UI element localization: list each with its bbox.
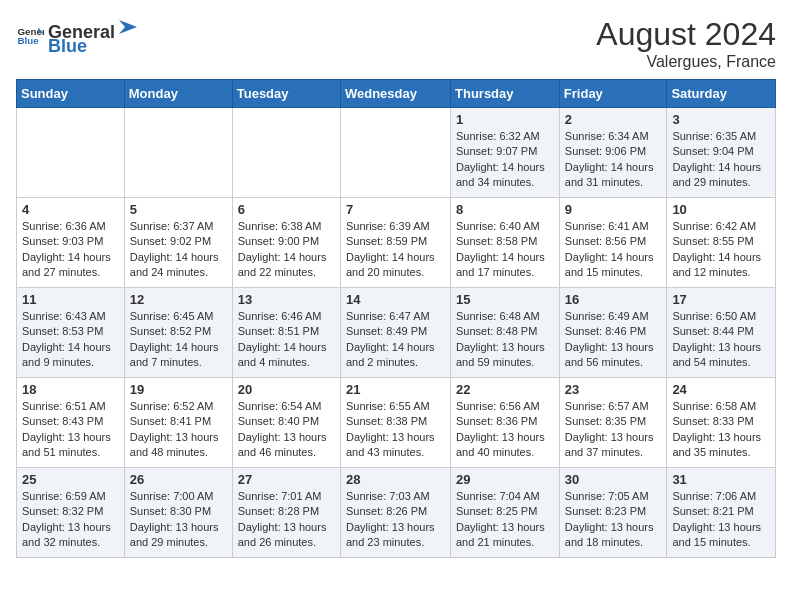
cell-content: Sunrise: 6:52 AM Sunset: 8:41 PM Dayligh… [130, 399, 227, 461]
day-number: 14 [346, 292, 445, 307]
day-number: 19 [130, 382, 227, 397]
calendar-week-4: 25Sunrise: 6:59 AM Sunset: 8:32 PM Dayli… [17, 468, 776, 558]
day-number: 30 [565, 472, 662, 487]
day-number: 28 [346, 472, 445, 487]
calendar-cell-3-5: 23Sunrise: 6:57 AM Sunset: 8:35 PM Dayli… [559, 378, 667, 468]
cell-content: Sunrise: 6:41 AM Sunset: 8:56 PM Dayligh… [565, 219, 662, 281]
day-number: 29 [456, 472, 554, 487]
calendar-cell-0-2 [232, 108, 340, 198]
day-number: 13 [238, 292, 335, 307]
header-thursday: Thursday [451, 80, 560, 108]
calendar-cell-0-6: 3Sunrise: 6:35 AM Sunset: 9:04 PM Daylig… [667, 108, 776, 198]
cell-content: Sunrise: 6:58 AM Sunset: 8:33 PM Dayligh… [672, 399, 770, 461]
day-number: 6 [238, 202, 335, 217]
cell-content: Sunrise: 6:34 AM Sunset: 9:06 PM Dayligh… [565, 129, 662, 191]
cell-content: Sunrise: 6:43 AM Sunset: 8:53 PM Dayligh… [22, 309, 119, 371]
calendar-cell-3-3: 21Sunrise: 6:55 AM Sunset: 8:38 PM Dayli… [340, 378, 450, 468]
day-number: 17 [672, 292, 770, 307]
cell-content: Sunrise: 6:47 AM Sunset: 8:49 PM Dayligh… [346, 309, 445, 371]
day-number: 24 [672, 382, 770, 397]
svg-marker-3 [119, 20, 137, 34]
day-number: 8 [456, 202, 554, 217]
calendar-cell-4-2: 27Sunrise: 7:01 AM Sunset: 8:28 PM Dayli… [232, 468, 340, 558]
cell-content: Sunrise: 6:37 AM Sunset: 9:02 PM Dayligh… [130, 219, 227, 281]
day-number: 5 [130, 202, 227, 217]
logo-arrow-icon [117, 16, 139, 38]
day-number: 22 [456, 382, 554, 397]
header-tuesday: Tuesday [232, 80, 340, 108]
cell-content: Sunrise: 7:01 AM Sunset: 8:28 PM Dayligh… [238, 489, 335, 551]
day-number: 26 [130, 472, 227, 487]
day-number: 2 [565, 112, 662, 127]
calendar-cell-1-0: 4Sunrise: 6:36 AM Sunset: 9:03 PM Daylig… [17, 198, 125, 288]
calendar-week-3: 18Sunrise: 6:51 AM Sunset: 8:43 PM Dayli… [17, 378, 776, 468]
calendar-cell-2-4: 15Sunrise: 6:48 AM Sunset: 8:48 PM Dayli… [451, 288, 560, 378]
calendar-cell-2-6: 17Sunrise: 6:50 AM Sunset: 8:44 PM Dayli… [667, 288, 776, 378]
calendar-cell-3-0: 18Sunrise: 6:51 AM Sunset: 8:43 PM Dayli… [17, 378, 125, 468]
day-number: 31 [672, 472, 770, 487]
calendar-cell-1-5: 9Sunrise: 6:41 AM Sunset: 8:56 PM Daylig… [559, 198, 667, 288]
cell-content: Sunrise: 6:48 AM Sunset: 8:48 PM Dayligh… [456, 309, 554, 371]
day-number: 1 [456, 112, 554, 127]
calendar-week-1: 4Sunrise: 6:36 AM Sunset: 9:03 PM Daylig… [17, 198, 776, 288]
calendar-cell-0-3 [340, 108, 450, 198]
cell-content: Sunrise: 6:35 AM Sunset: 9:04 PM Dayligh… [672, 129, 770, 191]
header-monday: Monday [124, 80, 232, 108]
calendar-cell-3-1: 19Sunrise: 6:52 AM Sunset: 8:41 PM Dayli… [124, 378, 232, 468]
day-number: 23 [565, 382, 662, 397]
day-number: 3 [672, 112, 770, 127]
cell-content: Sunrise: 6:46 AM Sunset: 8:51 PM Dayligh… [238, 309, 335, 371]
calendar-cell-1-4: 8Sunrise: 6:40 AM Sunset: 8:58 PM Daylig… [451, 198, 560, 288]
calendar-cell-2-0: 11Sunrise: 6:43 AM Sunset: 8:53 PM Dayli… [17, 288, 125, 378]
cell-content: Sunrise: 6:49 AM Sunset: 8:46 PM Dayligh… [565, 309, 662, 371]
cell-content: Sunrise: 7:03 AM Sunset: 8:26 PM Dayligh… [346, 489, 445, 551]
calendar-week-0: 1Sunrise: 6:32 AM Sunset: 9:07 PM Daylig… [17, 108, 776, 198]
cell-content: Sunrise: 7:06 AM Sunset: 8:21 PM Dayligh… [672, 489, 770, 551]
calendar-cell-4-3: 28Sunrise: 7:03 AM Sunset: 8:26 PM Dayli… [340, 468, 450, 558]
day-number: 27 [238, 472, 335, 487]
cell-content: Sunrise: 6:54 AM Sunset: 8:40 PM Dayligh… [238, 399, 335, 461]
calendar-cell-1-1: 5Sunrise: 6:37 AM Sunset: 9:02 PM Daylig… [124, 198, 232, 288]
calendar-cell-0-5: 2Sunrise: 6:34 AM Sunset: 9:06 PM Daylig… [559, 108, 667, 198]
calendar-cell-2-2: 13Sunrise: 6:46 AM Sunset: 8:51 PM Dayli… [232, 288, 340, 378]
cell-content: Sunrise: 6:57 AM Sunset: 8:35 PM Dayligh… [565, 399, 662, 461]
day-number: 21 [346, 382, 445, 397]
day-number: 4 [22, 202, 119, 217]
day-number: 11 [22, 292, 119, 307]
svg-text:Blue: Blue [17, 35, 39, 46]
calendar-cell-1-6: 10Sunrise: 6:42 AM Sunset: 8:55 PM Dayli… [667, 198, 776, 288]
cell-content: Sunrise: 7:04 AM Sunset: 8:25 PM Dayligh… [456, 489, 554, 551]
calendar-cell-2-5: 16Sunrise: 6:49 AM Sunset: 8:46 PM Dayli… [559, 288, 667, 378]
day-number: 25 [22, 472, 119, 487]
cell-content: Sunrise: 7:05 AM Sunset: 8:23 PM Dayligh… [565, 489, 662, 551]
day-number: 7 [346, 202, 445, 217]
calendar-cell-2-3: 14Sunrise: 6:47 AM Sunset: 8:49 PM Dayli… [340, 288, 450, 378]
location-subtitle: Valergues, France [596, 53, 776, 71]
calendar-cell-1-3: 7Sunrise: 6:39 AM Sunset: 8:59 PM Daylig… [340, 198, 450, 288]
calendar-cell-0-0 [17, 108, 125, 198]
calendar-header-row: SundayMondayTuesdayWednesdayThursdayFrid… [17, 80, 776, 108]
cell-content: Sunrise: 7:00 AM Sunset: 8:30 PM Dayligh… [130, 489, 227, 551]
day-number: 20 [238, 382, 335, 397]
cell-content: Sunrise: 6:36 AM Sunset: 9:03 PM Dayligh… [22, 219, 119, 281]
header-friday: Friday [559, 80, 667, 108]
calendar-cell-4-6: 31Sunrise: 7:06 AM Sunset: 8:21 PM Dayli… [667, 468, 776, 558]
logo: General Blue General Blue [16, 16, 139, 55]
calendar-cell-4-4: 29Sunrise: 7:04 AM Sunset: 8:25 PM Dayli… [451, 468, 560, 558]
calendar-cell-0-4: 1Sunrise: 6:32 AM Sunset: 9:07 PM Daylig… [451, 108, 560, 198]
cell-content: Sunrise: 6:40 AM Sunset: 8:58 PM Dayligh… [456, 219, 554, 281]
calendar-cell-0-1 [124, 108, 232, 198]
calendar-cell-2-1: 12Sunrise: 6:45 AM Sunset: 8:52 PM Dayli… [124, 288, 232, 378]
day-number: 15 [456, 292, 554, 307]
calendar-cell-1-2: 6Sunrise: 6:38 AM Sunset: 9:00 PM Daylig… [232, 198, 340, 288]
calendar-week-2: 11Sunrise: 6:43 AM Sunset: 8:53 PM Dayli… [17, 288, 776, 378]
header-wednesday: Wednesday [340, 80, 450, 108]
day-number: 9 [565, 202, 662, 217]
page-header: General Blue General Blue August 2024 Va… [16, 16, 776, 71]
title-section: August 2024 Valergues, France [596, 16, 776, 71]
cell-content: Sunrise: 6:32 AM Sunset: 9:07 PM Dayligh… [456, 129, 554, 191]
cell-content: Sunrise: 6:38 AM Sunset: 9:00 PM Dayligh… [238, 219, 335, 281]
header-sunday: Sunday [17, 80, 125, 108]
cell-content: Sunrise: 6:45 AM Sunset: 8:52 PM Dayligh… [130, 309, 227, 371]
header-saturday: Saturday [667, 80, 776, 108]
